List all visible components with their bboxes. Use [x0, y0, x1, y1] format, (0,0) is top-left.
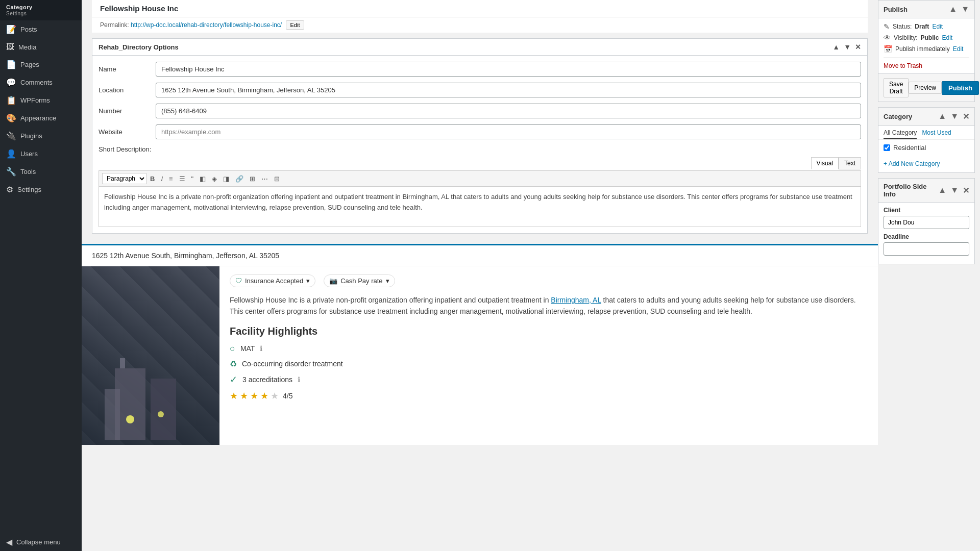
short-description-section: Short Description: Visual Text Paragraph	[99, 145, 861, 227]
preview-description: Fellowship House Inc is a private non-pr…	[230, 294, 868, 317]
metabox-expand-icon[interactable]: ▲	[832, 43, 840, 51]
metabox-collapse-icon[interactable]: ▼	[844, 43, 851, 51]
metabox-controls: ▲ ▼ ✕	[830, 43, 861, 51]
visibility-row: 👁 Visibility: Public Edit	[884, 34, 969, 42]
collapse-icon: ◀	[6, 537, 12, 547]
sidebar-item-media[interactable]: 🖼 Media	[0, 38, 82, 56]
category-expand-icon[interactable]: ▲	[938, 112, 946, 121]
publish-time-row: 📅 Publish immediately Edit	[884, 45, 969, 53]
sidebar-item-collapse[interactable]: ◀ Collapse menu	[0, 533, 82, 551]
move-to-trash-link[interactable]: Move to Trash	[884, 62, 922, 69]
blockquote-button[interactable]: "	[189, 173, 197, 184]
svg-point-5	[158, 411, 164, 417]
appearance-icon: 🎨	[6, 113, 16, 123]
rehab-options-header: Rehab_Directory Options ▲ ▼ ✕	[92, 39, 867, 56]
number-input[interactable]	[156, 104, 861, 118]
svg-point-4	[126, 415, 134, 423]
short-desc-label: Short Description:	[99, 145, 861, 153]
deadline-label: Deadline	[884, 233, 969, 240]
sidebar-item-tools[interactable]: 🔧 Tools	[0, 163, 82, 181]
website-input[interactable]	[156, 124, 861, 139]
category-item-residential: Residential	[884, 144, 969, 152]
align-right-button[interactable]: ◨	[220, 173, 232, 184]
editor-column: Fellowship House Inc Permalink: http://w…	[82, 0, 878, 551]
calendar-icon: 📅	[884, 45, 892, 53]
highlights-title: Facility Highlights	[230, 325, 868, 337]
publish-expand-icon[interactable]: ▲	[949, 5, 957, 14]
unordered-list-button[interactable]: ☰	[177, 173, 188, 184]
publish-box-body: ✎ Status: Draft Edit 👁 Visibility: Publi…	[878, 18, 974, 73]
publish-box-header: Publish ▲ ▼	[878, 1, 974, 18]
italic-button[interactable]: I	[158, 173, 165, 184]
posts-icon: 📝	[6, 24, 16, 34]
sidebar-item-users[interactable]: 👤 Users	[0, 145, 82, 163]
grid-button[interactable]: ⊟	[272, 173, 282, 184]
link-button[interactable]: 🔗	[233, 173, 246, 184]
category-collapse-icon[interactable]: ▼	[950, 112, 959, 121]
tab-visual[interactable]: Visual	[811, 157, 839, 169]
sidebar-item-pages[interactable]: 📄 Pages	[0, 56, 82, 73]
align-left-button[interactable]: ◧	[197, 173, 208, 184]
permalink-edit-button[interactable]: Edit	[286, 20, 305, 30]
tab-most-used[interactable]: Most Used	[922, 129, 951, 139]
client-input[interactable]	[884, 216, 969, 229]
birmingham-link[interactable]: Birmingham, AL	[551, 296, 601, 304]
sidebar-item-settings[interactable]: ⚙ Settings	[0, 181, 82, 198]
portfolio-box: Portfolio Side Info ▲ ▼ ✕ Client Deadlin…	[878, 178, 975, 264]
tools-icon: 🔧	[6, 167, 16, 177]
sidebar: Category Settings 📝 Posts 🖼 Media 📄 Page…	[0, 0, 82, 551]
save-draft-button[interactable]: Save Draft	[884, 78, 909, 97]
insert-button[interactable]: ⊞	[247, 173, 258, 184]
portfolio-collapse-icon[interactable]: ▼	[950, 186, 959, 195]
sidebar-item-plugins[interactable]: 🔌 Plugins	[0, 127, 82, 145]
users-icon: 👤	[6, 149, 16, 159]
sidebar-item-posts[interactable]: 📝 Posts	[0, 20, 82, 38]
portfolio-expand-icon[interactable]: ▲	[938, 186, 946, 195]
portfolio-close-icon[interactable]: ✕	[963, 186, 969, 195]
insurance-badge[interactable]: 🛡 Insurance Accepted ▾	[230, 274, 315, 287]
sidebar-item-wpforms[interactable]: 📋 WPForms	[0, 91, 82, 109]
residential-checkbox[interactable]	[884, 144, 890, 151]
rehab-options-metabox: Rehab_Directory Options ▲ ▼ ✕ Name	[92, 38, 868, 234]
permalink-link[interactable]: http://wp-doc.local/rehab-directory/fell…	[131, 21, 282, 29]
editor-content[interactable]: Fellowship House Inc is a private non-pr…	[99, 186, 861, 227]
ordered-list-button[interactable]: ≡	[166, 173, 176, 184]
sidebar-item-comments[interactable]: 💬 Comments	[0, 73, 82, 91]
publish-button[interactable]: Publish	[942, 81, 979, 95]
bold-button[interactable]: B	[148, 173, 157, 184]
status-edit-link[interactable]: Edit	[932, 23, 943, 30]
post-title: Fellowship House Inc	[100, 4, 178, 13]
main-area: Fellowship House Inc Permalink: http://w…	[82, 0, 980, 551]
cooccurring-icon: ♻	[230, 359, 237, 369]
preview-button[interactable]: Preview	[909, 82, 942, 94]
tab-all-category[interactable]: All Category	[884, 129, 917, 139]
add-new-category-link[interactable]: + Add New Category	[884, 160, 940, 167]
preview-image	[82, 266, 219, 445]
mat-info-icon[interactable]: ℹ	[260, 344, 262, 353]
location-input[interactable]	[156, 83, 861, 97]
metabox-close-icon[interactable]: ✕	[855, 43, 861, 51]
tab-text[interactable]: Text	[839, 157, 861, 169]
permalink-bar: Permalink: http://wp-doc.local/rehab-dir…	[92, 17, 868, 33]
star-5: ★	[271, 390, 279, 402]
category-box: Category ▲ ▼ ✕ All Category Most Used Re…	[878, 107, 975, 173]
publish-time-edit-link[interactable]: Edit	[953, 45, 964, 53]
category-close-icon[interactable]: ✕	[963, 112, 969, 121]
website-label: Website	[99, 128, 150, 136]
visibility-edit-link[interactable]: Edit	[942, 34, 952, 41]
sidebar-item-appearance[interactable]: 🎨 Appearance	[0, 109, 82, 127]
portfolio-box-header: Portfolio Side Info ▲ ▼ ✕	[878, 179, 974, 203]
svg-rect-1	[151, 379, 176, 440]
plugins-icon: 🔌	[6, 131, 16, 141]
rating-text: 4/5	[283, 392, 292, 400]
cash-pay-badge[interactable]: 📷 Cash Pay rate ▾	[324, 274, 395, 287]
deadline-input[interactable]	[884, 242, 969, 256]
right-sidebar: Publish ▲ ▼ ✎ Status: Draft Edit 👁	[878, 0, 980, 551]
paragraph-select[interactable]: Paragraph	[102, 173, 146, 184]
publish-collapse-icon[interactable]: ▼	[961, 5, 969, 14]
add-new-category-section: + Add New Category	[878, 158, 974, 172]
name-input[interactable]	[156, 62, 861, 77]
more-button[interactable]: ⋯	[259, 173, 271, 184]
align-center-button[interactable]: ◈	[209, 173, 219, 184]
accreditations-info-icon[interactable]: ℹ	[298, 375, 300, 384]
